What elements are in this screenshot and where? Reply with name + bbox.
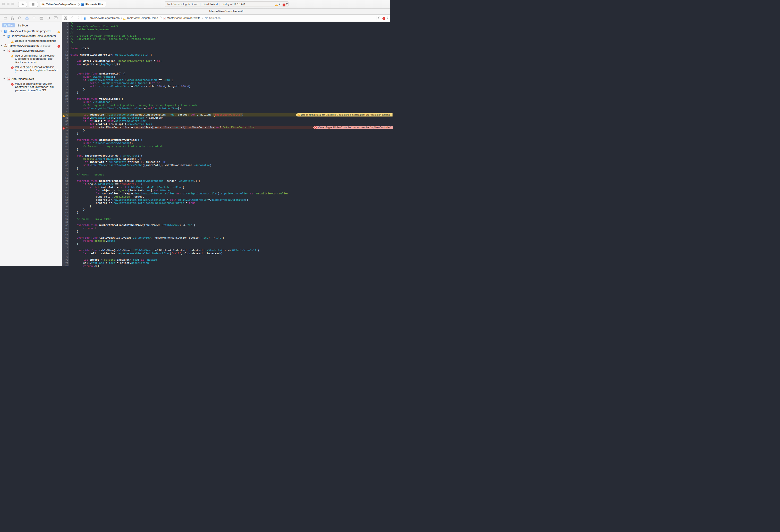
- svg-text:SWIFT: SWIFT: [163, 19, 165, 20]
